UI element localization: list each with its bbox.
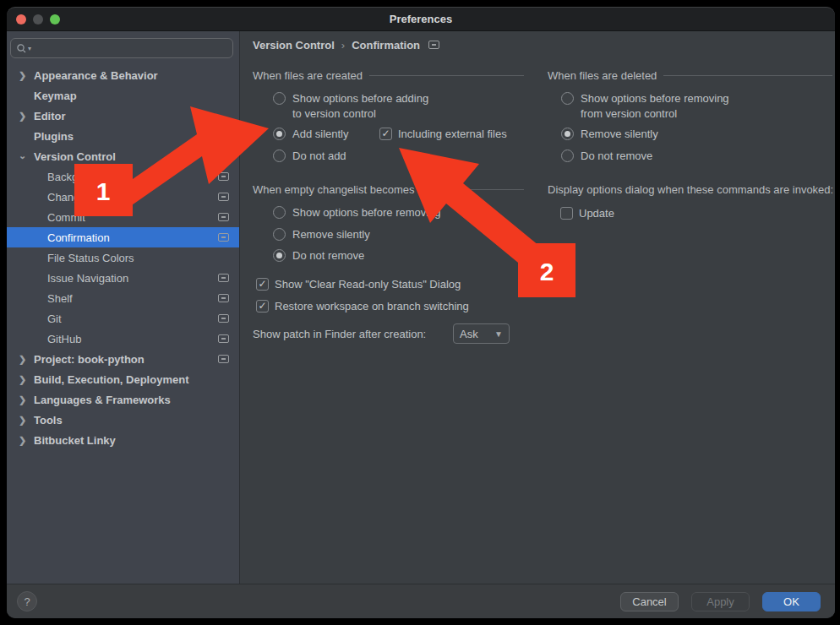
screen-settings-icon [218,274,229,282]
radio-icon[interactable] [273,206,286,219]
checkbox-checked-icon[interactable] [256,300,269,312]
ok-button[interactable]: OK [762,592,821,611]
chevron-right-icon: ❯ [19,435,34,446]
sidebar-item-tools[interactable]: ❯Tools [7,410,239,430]
cancel-button[interactable]: Cancel [620,592,679,611]
radio-icon[interactable] [561,149,574,162]
sidebar-item-plugins[interactable]: Plugins [7,126,239,146]
checkbox-checked-icon[interactable] [256,278,269,291]
preferences-window: Preferences ▾ ❯Appearance & Behavior Key… [7,7,835,618]
combo-chevron-down-icon: ▼ [494,329,503,339]
chevron-right-icon: ❯ [19,374,34,385]
breadcrumb: Version Control › Confirmation [253,36,439,53]
chevron-right-icon: ❯ [19,415,34,426]
titlebar: Preferences [7,8,835,31]
sidebar-item-editor[interactable]: ❯Editor [7,106,239,126]
sidebar-item-version-control[interactable]: ⌄Version Control [7,146,239,166]
sidebar-item-changelists[interactable]: Changelists [7,187,239,207]
screen-settings-icon [218,213,229,221]
radio-show-options-before-removing-vcs[interactable]: Show options before removingfrom version… [561,91,781,122]
sidebar-item-keymap[interactable]: Keymap [7,85,239,106]
breadcrumb-separator: › [341,39,345,52]
help-button[interactable]: ? [17,591,37,611]
checkbox-clear-readonly-dialog[interactable]: Show "Clear Read-only Status" Dialog [256,277,461,292]
sidebar-item-commit[interactable]: Commit [7,207,239,227]
sidebar-item-issue-navigation[interactable]: Issue Navigation [7,268,239,288]
settings-tree: ❯Appearance & Behavior Keymap ❯Editor Pl… [7,65,239,450]
radio-icon[interactable] [561,92,574,105]
checkbox-including-external-files[interactable]: Including external files [379,127,507,142]
section-when-files-created: When files are created [253,68,524,82]
screen-settings-icon [428,41,439,49]
settings-content: Version Control › Confirmation When file… [240,31,835,584]
sidebar-item-git[interactable]: Git [7,308,239,329]
settings-search-box[interactable]: ▾ [10,38,233,58]
radio-icon[interactable] [273,228,286,241]
chevron-right-icon: ❯ [19,70,34,81]
radio-do-not-remove[interactable]: Do not remove [561,149,652,164]
sidebar-item-project-book-python[interactable]: ❯Project: book-python [7,349,239,369]
radio-show-options-before-removing[interactable]: Show options before removing [273,205,441,220]
sidebar-item-background[interactable]: Background [7,166,239,187]
radio-selected-icon[interactable] [273,249,286,262]
checkbox-restore-workspace[interactable]: Restore workspace on branch switching [256,299,469,314]
checkbox-update[interactable]: Update [560,206,614,221]
checkbox-unchecked-icon[interactable] [560,207,573,220]
section-when-files-deleted: When files are deleted [548,68,832,82]
sidebar-item-build-execution-deployment[interactable]: ❯Build, Execution, Deployment [7,369,239,389]
radio-show-options-before-adding[interactable]: Show options before addingto version con… [273,91,484,122]
screen-settings-icon [218,233,229,242]
chevron-right-icon: ❯ [19,111,34,122]
sidebar-item-appearance-behavior[interactable]: ❯Appearance & Behavior [7,65,239,85]
sidebar-item-file-status-colors[interactable]: File Status Colors [7,247,239,268]
sidebar-item-confirmation[interactable]: Confirmation [7,227,239,247]
screen-settings-icon [218,334,229,343]
close-icon[interactable] [16,14,26,24]
radio-icon[interactable] [273,92,286,105]
breadcrumb-version-control[interactable]: Version Control [253,39,335,52]
radio-do-not-add[interactable]: Do not add [273,149,346,164]
sidebar-item-shelf[interactable]: Shelf [7,288,239,308]
show-patch-combobox[interactable]: Ask ▼ [453,323,510,344]
zoom-icon[interactable] [50,14,60,24]
radio-remove-silently-changelist[interactable]: Remove silently [273,227,370,242]
settings-sidebar: ▾ ❯Appearance & Behavior Keymap ❯Editor … [7,31,240,584]
section-display-options-dialog: Display options dialog when these comman… [548,182,835,196]
chevron-down-icon: ⌄ [19,150,34,161]
search-filter-chevron-icon[interactable]: ▾ [28,45,31,52]
dialog-footer: ? Cancel Apply OK [7,584,835,618]
screen-settings-icon [218,294,229,302]
screen-settings-icon [218,314,229,323]
screen-settings-icon [218,172,229,181]
radio-icon[interactable] [273,149,286,162]
radio-selected-icon[interactable] [561,128,574,140]
screen-settings-icon [218,355,229,363]
section-empty-changelist: When empty changelist becomes inactive [253,182,524,196]
sidebar-item-bitbucket-linky[interactable]: ❯Bitbucket Linky [7,430,239,450]
sidebar-item-github[interactable]: GitHub [7,329,239,349]
sidebar-item-languages-frameworks[interactable]: ❯Languages & Frameworks [7,389,239,410]
radio-do-not-remove-changelist[interactable]: Do not remove [273,248,364,264]
radio-selected-icon[interactable] [273,128,286,140]
radio-remove-silently[interactable]: Remove silently [561,127,658,142]
breadcrumb-confirmation: Confirmation [352,39,420,52]
show-patch-label: Show patch in Finder after creation: [253,327,426,342]
chevron-right-icon: ❯ [19,394,34,405]
search-input[interactable] [35,42,227,55]
checkbox-checked-icon[interactable] [379,128,392,140]
minimize-icon[interactable] [33,14,43,24]
chevron-right-icon: ❯ [19,354,34,365]
screen-settings-icon [218,193,229,201]
window-title: Preferences [390,13,452,25]
apply-button[interactable]: Apply [691,592,750,611]
search-icon [16,43,27,54]
radio-add-silently[interactable]: Add silently [273,127,348,142]
traffic-lights [16,14,60,24]
